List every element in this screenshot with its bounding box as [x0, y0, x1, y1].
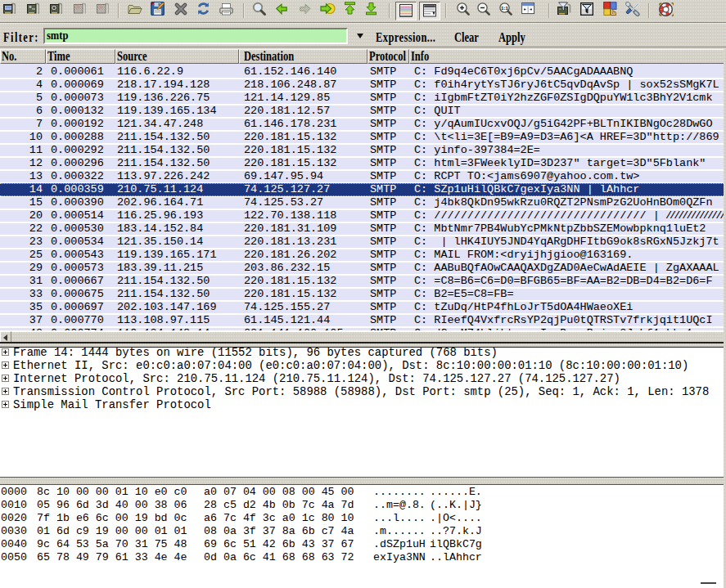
svg-text:1:1: 1:1	[501, 5, 509, 11]
